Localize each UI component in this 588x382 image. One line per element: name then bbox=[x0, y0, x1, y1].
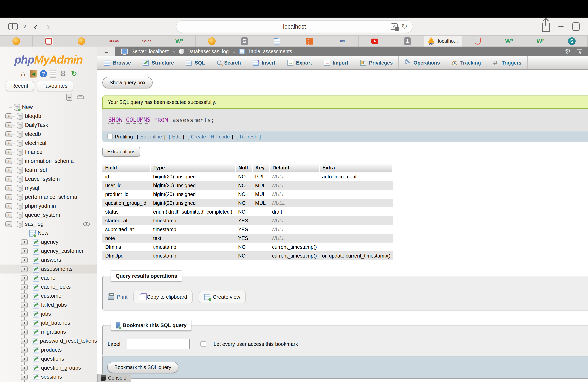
console-bar[interactable]: Console bbox=[97, 374, 131, 382]
expand-icon[interactable]: + bbox=[21, 284, 28, 290]
sidebar-item-table[interactable]: + agency bbox=[0, 238, 97, 247]
tab-tracking[interactable]: Tracking bbox=[446, 56, 487, 69]
sidebar-item-database[interactable]: + finance bbox=[0, 148, 97, 157]
tab-structure[interactable]: Structure bbox=[137, 56, 180, 69]
sidebar-item-table[interactable]: + cache bbox=[0, 273, 97, 283]
expand-icon[interactable]: + bbox=[5, 149, 12, 155]
table-row[interactable]: user_id bigint(20) unsigned NO MUL NULL bbox=[102, 181, 393, 190]
expand-icon[interactable]: + bbox=[21, 365, 28, 371]
expand-icon[interactable]: + bbox=[21, 248, 28, 254]
bookmark-submit-button[interactable]: Bookmark this SQL query bbox=[107, 362, 178, 373]
tab-overview-icon[interactable] bbox=[572, 22, 580, 31]
sidebar-item-database[interactable]: + phpmyadmin bbox=[0, 202, 97, 210]
sidebar-item-table[interactable]: + questions bbox=[0, 354, 97, 363]
tab-insert[interactable]: Insert bbox=[247, 56, 281, 69]
show-query-box-button[interactable]: Show query box bbox=[102, 77, 153, 88]
expand-icon[interactable]: + bbox=[21, 347, 28, 353]
expand-icon[interactable]: + bbox=[21, 329, 28, 335]
sidebar-item-table[interactable]: + jobs bbox=[0, 309, 97, 319]
sidebar-item-database[interactable]: + electrical bbox=[0, 139, 97, 148]
browser-tab[interactable]: W³ bbox=[163, 36, 196, 47]
bookmark-label-input[interactable] bbox=[126, 339, 189, 349]
copy-to-clipboard-button[interactable]: Copy to clipboard bbox=[133, 291, 193, 303]
expand-icon[interactable]: + bbox=[5, 176, 12, 182]
logout-icon[interactable]: ◀ bbox=[30, 70, 37, 77]
table-row[interactable]: status enum('draft','submitted','complet… bbox=[102, 207, 393, 216]
expand-icon[interactable]: + bbox=[21, 293, 28, 299]
collapse-all-icon[interactable] bbox=[66, 94, 72, 101]
table-row[interactable]: id bigint(20) unsigned NO PRI NULL auto_… bbox=[102, 172, 393, 181]
docs-icon[interactable] bbox=[50, 70, 56, 77]
sidebar-item-database[interactable]: + elecdb bbox=[0, 130, 97, 139]
expand-icon[interactable]: + bbox=[21, 356, 28, 362]
share-icon[interactable] bbox=[542, 23, 550, 32]
back-button[interactable]: ‹ bbox=[32, 21, 39, 32]
browser-tab[interactable]: SASLOG bbox=[98, 36, 130, 47]
browser-sidebar-toggle-icon[interactable] bbox=[8, 23, 18, 30]
tab-sql[interactable]: SQL bbox=[180, 56, 211, 69]
create-view-button[interactable]: Create view bbox=[199, 291, 246, 303]
browser-tab[interactable]: PMA localho... bbox=[424, 36, 462, 47]
sidebar-item-database[interactable]: + mysql bbox=[0, 184, 97, 192]
profiling-link[interactable]: Edit inline bbox=[140, 134, 162, 140]
browser-tab[interactable] bbox=[33, 36, 65, 47]
help-icon[interactable]: ? bbox=[40, 70, 47, 77]
browser-tab[interactable] bbox=[196, 36, 228, 47]
sidebar-item-table[interactable]: + assessments bbox=[0, 265, 97, 273]
browser-tab[interactable] bbox=[261, 36, 294, 47]
collapse-top-icon[interactable] bbox=[577, 48, 583, 54]
breadcrumb-database[interactable]: Database: sas_log bbox=[188, 49, 229, 54]
expand-icon[interactable]: + bbox=[21, 311, 28, 317]
expand-icon[interactable]: + bbox=[5, 158, 12, 164]
browser-tab[interactable]: THN bbox=[326, 36, 358, 47]
bookmark-access-checkbox[interactable] bbox=[200, 341, 206, 347]
table-row[interactable]: question_group_id bigint(20) unsigned NO… bbox=[102, 199, 393, 207]
table-row[interactable]: DtmIns timestamp NO current_timestamp() bbox=[102, 243, 393, 251]
expand-icon[interactable]: + bbox=[5, 140, 12, 146]
profiling-link[interactable]: Create PHP code bbox=[191, 134, 230, 140]
sidebar-item-new-database[interactable]: New bbox=[0, 103, 97, 112]
home-icon[interactable]: ⌂ bbox=[19, 70, 27, 78]
browser-tab[interactable]: S bbox=[556, 36, 588, 47]
expand-icon[interactable]: + bbox=[21, 338, 28, 344]
sidebar-item-database[interactable]: + queue_system bbox=[0, 210, 97, 220]
pma-logo[interactable]: phpMyAdmin bbox=[0, 53, 97, 66]
sidebar-item-table[interactable]: + customer bbox=[0, 291, 97, 301]
breadcrumb-table[interactable]: Table: assessments bbox=[248, 49, 292, 54]
browser-tab[interactable] bbox=[294, 36, 326, 47]
expand-icon[interactable]: + bbox=[21, 257, 28, 263]
tab-triggers[interactable]: Triggers bbox=[487, 56, 528, 69]
expand-icon[interactable]: + bbox=[21, 302, 28, 308]
sidebar-item-table[interactable]: + job_batches bbox=[0, 319, 97, 327]
browser-tab[interactable]: 1 bbox=[391, 36, 424, 47]
sidebar-item-database[interactable]: + Leave_system bbox=[0, 175, 97, 184]
table-row[interactable]: DtmUpd timestamp NO current_timestamp() … bbox=[102, 251, 393, 260]
expand-icon[interactable]: + bbox=[21, 374, 28, 380]
sidebar-item-table[interactable]: + products bbox=[0, 345, 97, 354]
profiling-checkbox[interactable] bbox=[107, 134, 113, 139]
new-tab-button[interactable]: + bbox=[558, 21, 564, 32]
tab-search[interactable]: Search bbox=[211, 56, 247, 69]
expand-icon[interactable]: + bbox=[21, 320, 28, 326]
sidebar-item-database[interactable]: + blogdb bbox=[0, 112, 97, 121]
sidebar-item-database[interactable]: + DailyTask bbox=[0, 121, 97, 130]
favourites-button[interactable]: Favourites bbox=[37, 81, 73, 91]
sidebar-item-table[interactable]: + answers bbox=[0, 256, 97, 265]
sidebar-item-table[interactable]: + password_reset_tokens bbox=[0, 336, 97, 345]
profiling-link[interactable]: Edit bbox=[172, 134, 181, 140]
tab-browse[interactable]: Browse bbox=[98, 56, 137, 69]
expand-icon[interactable]: + bbox=[5, 122, 12, 128]
browser-tab[interactable]: W³ bbox=[493, 36, 525, 47]
forward-button[interactable]: › bbox=[44, 21, 52, 32]
expand-icon[interactable]: + bbox=[5, 113, 12, 119]
table-row[interactable]: note text YES NULL bbox=[102, 234, 393, 243]
recent-button[interactable]: Recent bbox=[6, 81, 34, 91]
browser-tab[interactable]: W³ bbox=[525, 36, 556, 47]
settings-icon[interactable]: ⚙ bbox=[59, 70, 67, 78]
expand-icon[interactable]: + bbox=[21, 275, 28, 281]
expand-icon[interactable]: + bbox=[5, 194, 12, 200]
reload-icon[interactable]: ↻ bbox=[70, 70, 78, 78]
tab-privileges[interactable]: Privileges bbox=[354, 56, 399, 69]
table-row[interactable]: submitted_at timestamp YES NULL bbox=[102, 225, 393, 234]
table-row[interactable]: product_id bigint(20) unsigned NO MUL NU… bbox=[102, 190, 393, 199]
